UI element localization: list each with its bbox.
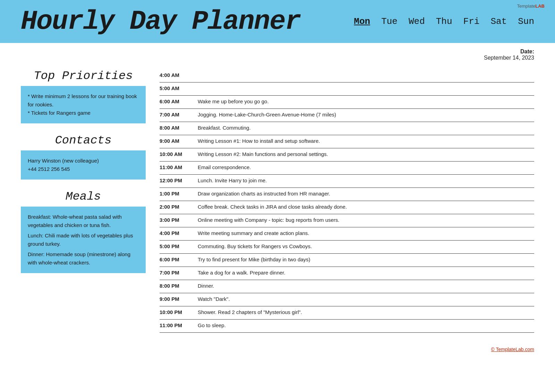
- time-cell: 3:00 PM: [160, 216, 198, 223]
- schedule-row: 9:00 PMWatch "Dark".: [160, 293, 534, 306]
- day-mon[interactable]: Mon: [354, 16, 370, 27]
- priorities-section: Top Priorities * Write minimum 2 lessons…: [21, 69, 146, 123]
- schedule-row: 8:00 PMDinner.: [160, 280, 534, 293]
- meals-section: Meals Breakfast: Whole-wheat pasta salad…: [21, 190, 146, 273]
- schedule-row: 11:00 PMGo to sleep.: [160, 320, 534, 333]
- time-cell: 2:00 PM: [160, 203, 198, 210]
- contacts-box: Harry Winston (new colleague) +44 2512 2…: [21, 150, 146, 180]
- event-cell[interactable]: Jogging. Home-Lake-Church-Green Avenue-H…: [198, 111, 534, 117]
- event-cell[interactable]: Lunch. Invite Harry to join me.: [198, 177, 534, 183]
- day-sun[interactable]: Sun: [518, 16, 534, 27]
- day-sat[interactable]: Sat: [490, 16, 507, 27]
- day-tue[interactable]: Tue: [381, 16, 398, 27]
- schedule: 4:00 AM5:00 AM6:00 AMWake me up before y…: [160, 69, 534, 333]
- priority-item-1: * Write minimum 2 lessons for our traini…: [28, 92, 139, 109]
- schedule-row: 7:00 PMTake a dog for a walk. Prepare di…: [160, 267, 534, 280]
- time-cell: 7:00 AM: [160, 111, 198, 117]
- schedule-row: 12:00 PMLunch. Invite Harry to join me.: [160, 175, 534, 188]
- time-cell: 6:00 PM: [160, 256, 198, 262]
- time-cell: 5:00 AM: [160, 85, 198, 91]
- schedule-row: 2:00 PMCoffee break. Check tasks in JIRA…: [160, 201, 534, 214]
- event-cell[interactable]: Try to find present for Mike (birthday i…: [198, 256, 534, 262]
- time-cell: 9:00 AM: [160, 137, 198, 144]
- meals-heading: Meals: [21, 190, 146, 203]
- header: Hourly Day Planner Mon Tue Wed Thu Fri S…: [0, 0, 555, 43]
- schedule-row: 11:00 AMEmail correspondence.: [160, 162, 534, 175]
- event-cell[interactable]: Breakfast. Commuting.: [198, 124, 534, 131]
- time-cell: 4:00 AM: [160, 71, 198, 78]
- event-cell[interactable]: [198, 71, 534, 72]
- schedule-row: 9:00 AMWriting Lesson #1: How to install…: [160, 135, 534, 148]
- time-cell: 11:00 PM: [160, 322, 198, 328]
- schedule-row: 10:00 PMShower. Read 2 chapters of "Myst…: [160, 306, 534, 320]
- time-cell: 5:00 PM: [160, 243, 198, 249]
- day-wed[interactable]: Wed: [409, 16, 425, 27]
- contact-phone: +44 2512 256 545: [28, 165, 139, 173]
- contacts-section: Contacts Harry Winston (new colleague) +…: [21, 134, 146, 180]
- time-cell: 7:00 PM: [160, 269, 198, 276]
- event-cell[interactable]: Wake me up before you go go.: [198, 98, 534, 104]
- time-cell: 9:00 PM: [160, 295, 198, 302]
- event-cell[interactable]: Commuting. Buy tickets for Rangers vs Co…: [198, 243, 534, 249]
- branding-lab: LAB: [535, 3, 545, 9]
- day-thu[interactable]: Thu: [436, 16, 452, 27]
- event-cell[interactable]: Shower. Read 2 chapters of "Mysterious g…: [198, 308, 534, 315]
- date-label: Date:: [520, 49, 534, 54]
- time-cell: 10:00 AM: [160, 150, 198, 157]
- schedule-row: 10:00 AMWriting Lesson #2: Main function…: [160, 148, 534, 162]
- meal-breakfast: Breakfast: Whole-wheat pasta salad with …: [28, 213, 139, 229]
- time-cell: 11:00 AM: [160, 164, 198, 170]
- schedule-row: 4:00 PMWrite meeting summary and create …: [160, 227, 534, 241]
- contact-name: Harry Winston (new colleague): [28, 157, 139, 165]
- branding: TemplateLAB: [517, 3, 545, 9]
- schedule-row: 8:00 AMBreakfast. Commuting.: [160, 122, 534, 135]
- event-cell[interactable]: Email correspondence.: [198, 164, 534, 170]
- event-cell[interactable]: Online meeting with Company - topic: bug…: [198, 216, 534, 223]
- priorities-heading: Top Priorities: [21, 69, 146, 82]
- event-cell[interactable]: Draw organization charts as instructed f…: [198, 190, 534, 197]
- time-cell: 1:00 PM: [160, 190, 198, 197]
- meals-box: Breakfast: Whole-wheat pasta salad with …: [21, 207, 146, 273]
- page-title: Hourly Day Planner: [21, 6, 301, 37]
- main-content: Top Priorities * Write minimum 2 lessons…: [0, 62, 555, 343]
- priorities-box: * Write minimum 2 lessons for our traini…: [21, 86, 146, 123]
- event-cell[interactable]: Go to sleep.: [198, 322, 534, 328]
- sidebar: Top Priorities * Write minimum 2 lessons…: [21, 69, 146, 333]
- footer-link[interactable]: © TemplateLab.com: [491, 347, 534, 352]
- schedule-row: 4:00 AM: [160, 69, 534, 82]
- schedule-row: 5:00 AM: [160, 82, 534, 96]
- event-cell[interactable]: Write meeting summary and create action …: [198, 229, 534, 236]
- event-cell[interactable]: Coffee break. Check tasks in JIRA and cl…: [198, 203, 534, 210]
- schedule-row: 5:00 PMCommuting. Buy tickets for Ranger…: [160, 241, 534, 254]
- day-navigation: Mon Tue Wed Thu Fri Sat Sun: [354, 16, 534, 27]
- time-cell: 8:00 AM: [160, 124, 198, 131]
- event-cell[interactable]: Writing Lesson #2: Main functions and pe…: [198, 150, 534, 157]
- time-cell: 8:00 PM: [160, 282, 198, 289]
- priority-item-2: * Tickets for Rangers game: [28, 109, 139, 117]
- event-cell[interactable]: Writing Lesson #1: How to install and se…: [198, 137, 534, 144]
- date-section: Date: September 14, 2023: [0, 43, 555, 62]
- footer: © TemplateLab.com: [0, 343, 555, 359]
- contacts-heading: Contacts: [21, 134, 146, 147]
- schedule-row: 6:00 PMTry to find present for Mike (bir…: [160, 254, 534, 267]
- time-cell: 10:00 PM: [160, 308, 198, 315]
- schedule-row: 6:00 AMWake me up before you go go.: [160, 96, 534, 109]
- schedule-row: 7:00 AMJogging. Home-Lake-Church-Green A…: [160, 109, 534, 122]
- event-cell[interactable]: Take a dog for a walk. Prepare dinner.: [198, 269, 534, 276]
- schedule-row: 3:00 PMOnline meeting with Company - top…: [160, 214, 534, 227]
- meal-lunch: Lunch: Chili made with lots of vegetable…: [28, 232, 139, 248]
- time-cell: 12:00 PM: [160, 177, 198, 183]
- branding-template: Template: [517, 3, 536, 9]
- schedule-row: 1:00 PMDraw organization charts as instr…: [160, 188, 534, 201]
- meal-dinner: Dinner: Homemade soup (minestrone) along…: [28, 250, 139, 267]
- event-cell[interactable]: Dinner.: [198, 282, 534, 289]
- date-value: September 14, 2023: [484, 55, 534, 61]
- event-cell[interactable]: Watch "Dark".: [198, 295, 534, 302]
- event-cell[interactable]: [198, 85, 534, 85]
- time-cell: 6:00 AM: [160, 98, 198, 104]
- time-cell: 4:00 PM: [160, 229, 198, 236]
- day-fri[interactable]: Fri: [463, 16, 480, 27]
